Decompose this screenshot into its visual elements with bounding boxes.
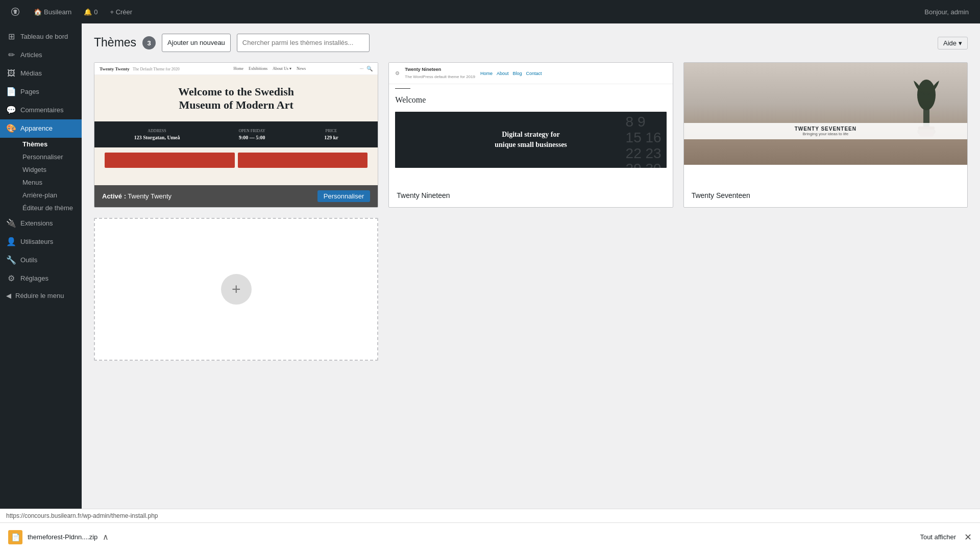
aide-button[interactable]: Aide ▾ [938,37,968,49]
download-file-name: themeforest-Pldnn....zip [28,533,97,541]
download-file-icon: 📄 [8,530,22,544]
tt-hero-title: Welcome to the SwedishMuseum of Modern A… [105,85,368,112]
theme-card-twenty-seventeen[interactable]: TWENTY SEVENTEEN Bringing your ideas to … [683,62,968,208]
main-layout: ⊞ Tableau de bord ✏ Articles 🖼 Médias 📄 … [0,23,980,509]
tt-bar-red [105,153,235,168]
sidebar-item-label: Utilisateurs [20,237,53,246]
adminbar-notifications[interactable]: 🔔 0 [79,0,103,23]
tt-bar-red2 [238,153,368,168]
sidebar-item-label: Pages [20,87,39,96]
sidebar-submenu-menus[interactable]: Menus [16,176,82,189]
ts-title-overlay: TWENTY SEVENTEEN Bringing your ideas to … [684,123,967,139]
theme-name-nineteen: Twenty Nineteen [397,191,450,199]
theme-footer-seventeen: Twenty Seventeen [684,185,967,206]
adminbar-greeting[interactable]: Bonjour, admin [919,0,974,23]
themes-grid: Twenty Twenty The Default Theme for 2020… [94,62,968,361]
tt-hero: Welcome to the SwedishMuseum of Modern A… [94,75,378,117]
sidebar-item-label: Apparence [20,124,53,133]
sidebar-item-utilisateurs[interactable]: 👤 Utilisateurs [0,233,82,251]
theme-card-twenty-nineteen[interactable]: ⚙ Twenty Nineteen The WordPress default … [388,62,673,208]
download-chevron-icon[interactable]: ∧ [103,532,109,542]
tn-nav: HomeAboutBlogContact [480,71,542,76]
ts-overlay-title: TWENTY SEVENTEEN [689,126,962,132]
aide-label: Aide [943,39,957,47]
tn-calendar-bg: 8 915 1622 2329 30 [626,114,662,168]
home-icon: 🏠 [34,8,42,16]
tn-wp-logo: ⚙ [395,70,400,76]
commentaires-icon: 💬 [6,105,16,115]
adminbar-site[interactable]: 🏠 Busilearn [29,0,77,23]
sidebar: ⊞ Tableau de bord ✏ Articles 🖼 Médias 📄 … [0,23,82,509]
adminbar-create[interactable]: + Créer [105,0,137,23]
sidebar-item-extensions[interactable]: 🔌 Extensions [0,214,82,233]
add-new-button[interactable]: Ajouter un nouveau [162,34,231,52]
tt-dark-col-2: OPEN FRIDAY 9:00 — 5:00 [239,129,265,140]
pages-icon: 📄 [6,87,16,97]
twenty-seventeen-preview: TWENTY SEVENTEEN Bringing your ideas to … [684,63,967,185]
status-url: https://concours.busilearn.fr/wp-admin/t… [6,512,158,519]
adminbar-right: Bonjour, admin [919,0,974,23]
tn-dark-text: Digital strategy forunique small busines… [495,130,567,149]
sidebar-item-label: Outils [20,256,37,265]
sidebar-submenu-widgets[interactable]: Widgets [16,163,82,176]
twenty-nineteen-preview: ⚙ Twenty Nineteen The WordPress default … [389,63,672,185]
svg-point-2 [917,80,936,110]
active-text: Activé : Twenty Twenty [102,192,172,200]
theme-active-label: Activé : Twenty Twenty Personnaliser [94,185,378,207]
articles-icon: ✏ [6,50,16,60]
tn-site-info: Twenty Nineteen The WordPress default th… [405,67,475,80]
theme-count-badge: 3 [142,36,156,49]
ts-table [684,139,967,165]
apparence-icon: 🎨 [6,123,16,134]
sidebar-submenu-personnaliser[interactable]: Personnaliser [16,151,82,163]
sidebar-item-pages[interactable]: 📄 Pages [0,83,82,101]
sidebar-item-label: Réglages [20,274,48,283]
show-all-button[interactable]: Tout afficher [920,533,956,541]
notifications-count: 0 [94,8,97,16]
theme-name-seventeen: Twenty Seventeen [692,191,750,199]
download-right: Tout afficher ✕ [920,532,972,543]
sidebar-item-outils[interactable]: 🔧 Outils [0,251,82,269]
sidebar-item-dashboard[interactable]: ⊞ Tableau de bord [0,28,82,46]
sidebar-submenu-arriere-plan[interactable]: Arrière-plan [16,189,82,202]
aide-chevron-icon: ▾ [959,39,962,47]
sidebar-collapse[interactable]: ◀ Réduire le menu [0,288,82,304]
sidebar-item-medias[interactable]: 🖼 Médias [0,64,82,83]
sidebar-item-apparence[interactable]: 🎨 Apparence [0,119,82,138]
wp-logo[interactable] [6,0,24,23]
theme-card-twenty-twenty[interactable]: Twenty Twenty The Default Theme for 2020… [94,62,378,208]
collapse-icon: ◀ [6,292,11,299]
collapse-label: Réduire le menu [15,292,64,299]
reglages-icon: ⚙ [6,273,16,284]
tt-nav: HomeExhibitionsAbout Us ▾News [234,66,306,71]
tt-icons: ···🔍 [360,66,373,71]
tn-welcome: Welcome [389,93,672,110]
site-name: Busilearn [44,8,71,16]
extensions-icon: 🔌 [6,218,16,229]
dashboard-icon: ⊞ [6,32,16,42]
tn-separator [395,88,410,89]
sidebar-item-label: Extensions [20,219,53,228]
download-bar: 📄 themeforest-Pldnn....zip ∧ Tout affich… [0,522,980,551]
tt-color-bars [94,147,378,173]
close-download-button[interactable]: ✕ [964,532,972,543]
active-theme-name: Twenty Twenty [128,192,172,200]
active-label-text: Activé : [102,192,126,200]
tt-topbar: Twenty Twenty The Default Theme for 2020… [94,63,378,75]
sidebar-item-commentaires[interactable]: 💬 Commentaires [0,101,82,119]
add-theme-card[interactable]: + [94,218,378,361]
create-label: + Créer [110,8,132,16]
download-item: 📄 themeforest-Pldnn....zip ∧ [8,530,109,544]
sidebar-item-label: Médias [20,69,42,78]
sidebar-submenu-editeur-theme[interactable]: Éditeur de thème [16,202,82,214]
ts-white-section [684,165,967,185]
sidebar-item-articles[interactable]: ✏ Articles [0,46,82,64]
utilisateurs-icon: 👤 [6,237,16,247]
ts-overlay-sub: Bringing your ideas to life [689,132,962,136]
sidebar-item-reglages[interactable]: ⚙ Réglages [0,269,82,288]
search-themes-input[interactable] [237,34,370,52]
notifications-icon: 🔔 [84,8,92,16]
sidebar-submenu-apparence: Thèmes Personnaliser Widgets Menus Arriè… [0,138,82,214]
sidebar-submenu-themes[interactable]: Thèmes [16,138,82,151]
customize-button[interactable]: Personnaliser [317,190,371,202]
